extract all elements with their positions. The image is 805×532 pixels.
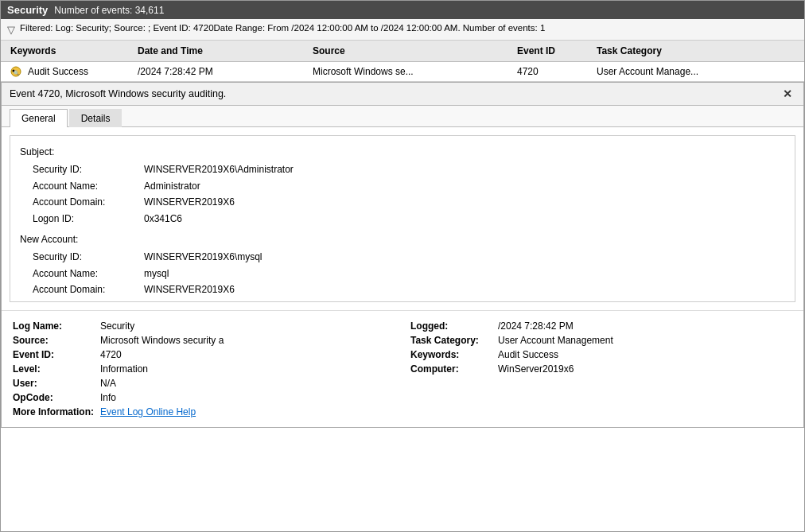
subject-title: Subject: (20, 144, 785, 160)
computer-label: Computer: (410, 363, 498, 375)
main-window: Security Number of events: 34,611 ▽ Filt… (0, 0, 805, 532)
subject-account-domain-label: Account Domain: (33, 194, 144, 210)
new-account-domain-row: Account Domain: WINSERVER2019X6 (20, 282, 785, 297)
keywords-value: Audit Success (498, 349, 558, 360)
info-keywords: Keywords: Audit Success (410, 348, 792, 362)
new-security-id-row: Security ID: WINSERVER2019X6\mysql (20, 249, 785, 265)
cell-source: Microsoft Windows se... (309, 64, 514, 79)
new-account-section: New Account: Security ID: WINSERVER2019X… (20, 231, 785, 298)
info-level: Level: Information (13, 362, 395, 376)
table-row[interactable]: 🔍 Audit Success /2024 7:28:42 PM Microso… (1, 62, 804, 82)
subject-security-id-label: Security ID: (33, 161, 144, 177)
log-name-label: Log Name: (13, 320, 100, 332)
subject-account-name-row: Account Name: Administrator (20, 178, 785, 194)
event-id-label: Event ID: (13, 349, 100, 360)
user-value: N/A (100, 378, 116, 389)
col-datetime: Date and Time (134, 44, 309, 58)
cell-eventid: 4720 (514, 64, 593, 79)
new-account-name-value: mysql (144, 266, 169, 282)
subject-logon-id-row: Logon ID: 0x341C6 (20, 211, 785, 227)
event-title: Event 4720, Microsoft Windows security a… (10, 88, 226, 99)
event-id-value: 4720 (100, 349, 122, 360)
user-label: User: (13, 378, 100, 389)
level-value: Information (100, 363, 148, 375)
task-category-value: User Account Management (498, 335, 613, 346)
source-label: Source: (13, 335, 100, 346)
info-computer: Computer: WinServer2019x6 (410, 362, 792, 376)
title-bar: Security Number of events: 34,611 (1, 1, 804, 19)
info-left-column: Log Name: Security Source: Microsoft Win… (13, 319, 395, 419)
filter-icon: ▽ (7, 24, 15, 36)
logged-value: /2024 7:28:42 PM (498, 320, 574, 332)
source-value: Microsoft Windows security a (100, 335, 224, 346)
keywords-label: Keywords: (410, 349, 498, 360)
tab-bar: General Details (2, 106, 803, 127)
subject-logon-id-label: Logon ID: (33, 211, 144, 227)
opcode-label: OpCode: (13, 392, 100, 403)
new-account-title: New Account: (20, 231, 785, 247)
filter-bar: ▽ Filtered: Log: Security; Source: ; Eve… (1, 19, 804, 41)
new-account-domain-label: Account Domain: (33, 282, 144, 297)
info-more-info: More Information: Event Log Online Help (13, 405, 395, 419)
subject-account-domain-row: Account Domain: WINSERVER2019X6 (20, 194, 785, 210)
close-button[interactable]: ✕ (780, 87, 795, 100)
level-label: Level: (13, 363, 100, 375)
tab-general[interactable]: General (10, 109, 68, 127)
event-log-online-help-link[interactable]: Event Log Online Help (100, 406, 196, 417)
tab-details[interactable]: Details (69, 109, 122, 127)
subject-logon-id-value: 0x341C6 (144, 211, 182, 227)
info-opcode: OpCode: Info (13, 390, 395, 405)
col-keywords: Keywords (7, 44, 134, 58)
new-account-name-row: Account Name: mysql (20, 266, 785, 282)
cell-keywords: 🔍 Audit Success (7, 64, 134, 79)
info-event-id: Event ID: 4720 (13, 348, 395, 362)
info-panel: Log Name: Security Source: Microsoft Win… (2, 310, 803, 427)
subject-account-domain-value: WINSERVER2019X6 (144, 194, 235, 210)
cell-datetime: /2024 7:28:42 PM (134, 64, 309, 79)
opcode-value: Info (100, 392, 116, 403)
log-name-value: Security (100, 320, 134, 332)
new-security-id-value: WINSERVER2019X6\mysql (144, 249, 262, 265)
more-info-label: More Information: (13, 406, 100, 417)
task-category-label: Task Category: (410, 335, 498, 346)
svg-text:🔍: 🔍 (14, 70, 20, 76)
new-account-name-label: Account Name: (33, 266, 144, 282)
logged-label: Logged: (410, 320, 498, 332)
info-right-column: Logged: /2024 7:28:42 PM Task Category: … (410, 319, 792, 419)
col-source: Source (309, 44, 514, 58)
event-content: Subject: Security ID: WINSERVER2019X6\Ad… (2, 127, 803, 310)
filter-text: Filtered: Log: Security; Source: ; Event… (20, 23, 545, 33)
info-user: User: N/A (13, 376, 395, 390)
subject-account-name-value: Administrator (144, 178, 200, 194)
subject-account-name-label: Account Name: (33, 178, 144, 194)
col-eventid: Event ID (514, 44, 593, 58)
window-title: Security (7, 4, 48, 16)
subject-security-id-value: WINSERVER2019X6\Administrator (144, 161, 294, 177)
subject-security-id-row: Security ID: WINSERVER2019X6\Administrat… (20, 161, 785, 177)
info-task-category: Task Category: User Account Management (410, 333, 792, 348)
subject-section: Subject: Security ID: WINSERVER2019X6\Ad… (20, 144, 785, 227)
col-taskcategory: Task Category (593, 44, 798, 58)
event-panel: Event 4720, Microsoft Windows security a… (1, 82, 804, 428)
new-security-id-label: Security ID: (33, 249, 144, 265)
table-header: Keywords Date and Time Source Event ID T… (1, 41, 804, 62)
new-account-domain-value: WINSERVER2019X6 (144, 282, 235, 297)
detail-box[interactable]: Subject: Security ID: WINSERVER2019X6\Ad… (10, 135, 795, 302)
info-source: Source: Microsoft Windows security a (13, 333, 395, 348)
event-count: Number of events: 34,611 (54, 5, 164, 16)
audit-success-icon: 🔍 (10, 66, 21, 77)
info-log-name: Log Name: Security (13, 319, 395, 333)
computer-value: WinServer2019x6 (498, 363, 574, 375)
event-panel-header: Event 4720, Microsoft Windows security a… (2, 83, 803, 106)
info-logged: Logged: /2024 7:28:42 PM (410, 319, 792, 333)
cell-taskcategory: User Account Manage... (593, 64, 798, 79)
